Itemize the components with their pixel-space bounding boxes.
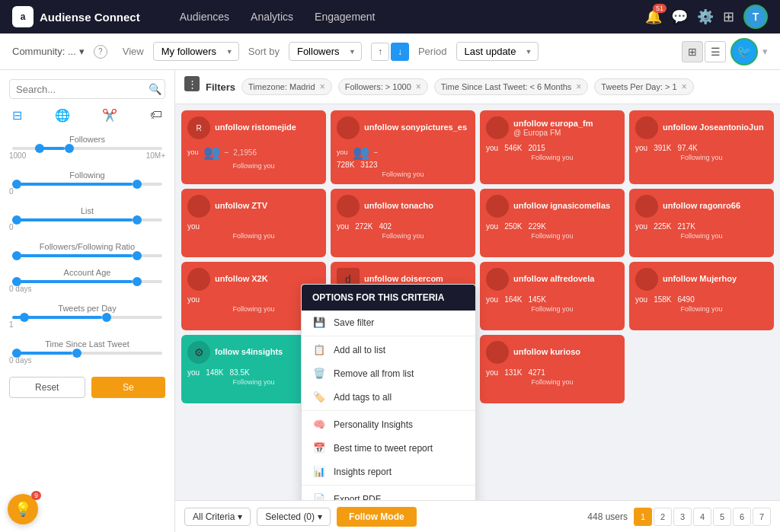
remove-timezone-filter[interactable]: × [320,81,325,92]
card-kurioso[interactable]: unfollow kurioso you131K4271 Following y… [480,335,625,403]
menu-personality-insights[interactable]: 🧠 Personality Insights [302,413,475,436]
tags-icon: 🏷️ [312,391,326,403]
lightbulb-badge: 9 [31,491,41,500]
chart-icon: 📊 [312,466,326,477]
menu-remove-all-from-list[interactable]: 🗑️ Remove all from list [302,362,475,385]
list-max-thumb[interactable] [133,215,142,225]
reset-button[interactable]: Reset [9,377,85,398]
account-age-section: Account Age 0 days [9,268,165,293]
sort-asc-button[interactable]: ↑ [371,43,389,61]
card-avatar-kurioso [486,341,509,364]
page-4-button[interactable]: 4 [693,508,711,526]
menu-add-all-to-list[interactable]: 📋 Add all to list [302,338,475,362]
grid-view-button[interactable]: ⊞ [682,41,703,62]
sliders-icon[interactable]: ⊟ [12,108,22,123]
time-min-thumb[interactable] [12,349,21,358]
following-track [12,183,162,186]
followers-max-thumb[interactable] [65,144,74,153]
menu-export-pdf[interactable]: 📄 Export PDF [302,487,475,500]
ff-ratio-track [12,254,162,257]
remove-tweets-filter[interactable]: × [682,81,687,92]
more-options-button[interactable]: ⋮ [184,76,200,91]
card-europafm[interactable]: unfollow europa_fm @ Europa FM you546K20… [480,110,625,184]
ff-min-thumb[interactable] [12,251,21,260]
tweets-min-thumb[interactable] [20,313,29,322]
page-2-button[interactable]: 2 [654,508,672,526]
page-1-button[interactable]: 1 [634,508,652,526]
view-select[interactable]: My followers [153,42,239,61]
globe-icon[interactable]: 🌐 [55,108,70,123]
apps-button[interactable]: ⊞ [723,8,734,25]
card-following-15: Following you [486,378,619,386]
menu-add-tags[interactable]: 🏷️ Add tags to all [302,385,475,409]
menu-save-filter[interactable]: 💾 Save filter [302,311,475,334]
sidebar: 🔍 ⊟ 🌐 ✂️ 🏷 Followers 1000 10M+ Following [0,70,175,532]
card-you-1: you [187,148,199,156]
account-age-max-thumb[interactable] [133,277,142,286]
card-following-6: Following you [337,232,469,240]
card-ignasicomellas[interactable]: unfollow ignasicomellas you250K229K Foll… [480,189,625,257]
scissors-icon[interactable]: ✂️ [102,108,117,123]
time-max-thumb[interactable] [72,349,82,358]
content-area: ⋮ Filters Timezone: Madrid × Followers: … [175,70,780,532]
card-tonacho[interactable]: unfollow tonacho you272K402 Following yo… [331,189,475,257]
tweets-per-day-track [12,316,162,319]
messages-button[interactable]: 💬 [671,8,688,25]
nav-engagement[interactable]: Engagement [305,6,384,27]
community-chevron-icon: ▾ [79,46,85,57]
menu-insights-report[interactable]: 📊 Insights report [302,460,475,483]
card-alfredovela[interactable]: unfollow alfredovela you164K145K Followi… [480,262,625,330]
nav-analytics[interactable]: Analytics [241,6,302,27]
followers-min-thumb[interactable] [35,144,44,153]
card-ragonro66[interactable]: unfollow ragonro66 you225K217K Following… [629,189,774,257]
settings-button[interactable]: ⚙️ [697,8,714,25]
account-age-min-thumb[interactable] [12,277,21,286]
following-min-thumb[interactable] [12,180,21,189]
apply-button[interactable]: Se [91,377,166,398]
card-avatar-alfredo [486,268,509,291]
view-select-wrap: My followers [153,42,239,61]
search-input[interactable] [16,84,144,95]
sort-select[interactable]: Followers [289,42,362,61]
page-5-button[interactable]: 5 [713,508,731,526]
list-min-thumb[interactable] [12,215,21,225]
page-6-button[interactable]: 6 [733,508,751,526]
card-sonypictures[interactable]: unfollow sonypictures_es you 👥 − 728K312… [331,110,475,184]
context-menu-header: OPTIONS FOR THIS CRITERIA [302,285,475,311]
card-mujerhoy[interactable]: unfollow Mujerhoy you158K6490 Following … [629,262,774,330]
nav-links: Audiences Analytics Engagement [171,6,385,27]
ff-max-thumb[interactable] [133,251,142,260]
filter-tag-tweets-per-day: Tweets Per Day: > 1 × [594,78,693,95]
card-name-ztv: unfollow ZTV [215,201,320,211]
help-button[interactable]: ? [94,45,107,59]
card-name-sony: unfollow sonypictures_es [364,123,469,132]
card-ztv[interactable]: unfollow ZTV you Following you [181,189,326,257]
lightbulb-button[interactable]: 💡 9 [8,494,38,524]
notifications-button[interactable]: 🔔 51 [645,8,662,25]
user-avatar[interactable]: T [743,5,768,29]
tag-icon[interactable]: 🏷 [150,108,162,123]
card-avatar-ignasi [486,195,509,218]
all-criteria-button[interactable]: All Criteria ▾ [184,508,251,526]
card-joseantonioJun[interactable]: unfollow JoseantonioJun you391K97.4K Fol… [629,110,774,184]
following-max-thumb[interactable] [133,180,142,189]
card-following-12: Following you [635,305,768,313]
selected-button[interactable]: Selected (0) ▾ [257,508,331,526]
card-subtitle-europa: @ Europa FM [513,129,593,137]
menu-best-time-tweet[interactable]: 📅 Best time to tweet report [302,436,475,460]
cards-area-wrapper: R unfollow ristomejide you 👥 − 2,1956 Fo… [175,104,780,500]
sort-desc-button[interactable]: ↓ [391,43,409,61]
remove-time-since-filter[interactable]: × [576,81,581,92]
account-age-values: 0 days [9,285,165,293]
follow-mode-button[interactable]: Follow Mode [337,507,417,527]
period-select[interactable]: Last update [456,42,539,61]
card-ristomejide[interactable]: R unfollow ristomejide you 👥 − 2,1956 Fo… [181,110,326,184]
twitter-icon-button[interactable]: 🐦 [730,38,758,65]
list-view-button[interactable]: ☰ [705,41,726,62]
community-selector[interactable]: Community: ... ▾ [12,46,85,57]
page-7-button[interactable]: 7 [753,508,771,526]
remove-followers-filter[interactable]: × [416,81,421,92]
context-menu: OPTIONS FOR THIS CRITERIA 💾 Save filter … [301,284,476,500]
nav-audiences[interactable]: Audiences [171,6,238,27]
page-3-button[interactable]: 3 [673,508,692,526]
